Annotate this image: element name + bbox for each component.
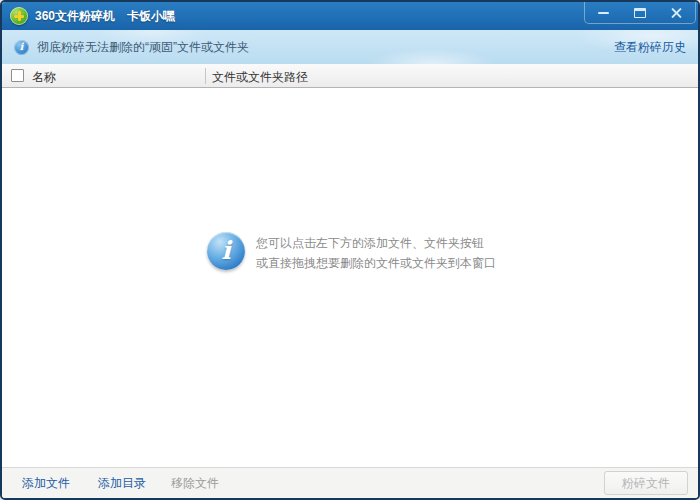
column-header-name[interactable]: 名称 — [32, 69, 56, 86]
app-window: 360文件粉碎机 卡饭小嘿 i 彻底粉碎无法删除的“顽固”文件或文件夹 查看粉碎… — [0, 0, 700, 500]
info-banner: i 彻底粉碎无法删除的“顽固”文件或文件夹 查看粉碎历史 — [2, 30, 698, 64]
remove-file-button[interactable]: 移除文件 — [171, 475, 219, 492]
minimize-button[interactable] — [585, 2, 622, 23]
info-icon: i — [14, 40, 29, 55]
select-all-checkbox[interactable] — [11, 69, 24, 82]
column-header-path[interactable]: 文件或文件夹路径 — [212, 69, 308, 86]
info-sphere-glyph: i — [221, 238, 231, 263]
title-bar: 360文件粉碎机 卡饭小嘿 — [2, 2, 698, 30]
view-shred-history-link[interactable]: 查看粉碎历史 — [614, 39, 686, 56]
window-controls — [584, 2, 696, 24]
app-logo-icon — [10, 7, 28, 25]
shred-files-button[interactable]: 粉碎文件 — [604, 471, 688, 495]
minimize-icon — [598, 12, 609, 14]
info-banner-text: 彻底粉碎无法删除的“顽固”文件或文件夹 — [37, 39, 249, 56]
add-directory-button[interactable]: 添加目录 — [98, 475, 146, 492]
file-list-area[interactable]: i 您可以点击左下方的添加文件、文件夹按钮 或直接拖拽想要删除的文件或文件夹到本… — [2, 88, 698, 467]
maximize-button[interactable] — [622, 2, 659, 23]
close-icon — [670, 6, 683, 19]
column-separator — [205, 68, 206, 84]
maximize-icon — [634, 8, 646, 18]
file-list-header: 名称 文件或文件夹路径 — [2, 64, 698, 88]
empty-state-message: i 您可以点击左下方的添加文件、文件夹按钮 或直接拖拽想要删除的文件或文件夹到本… — [207, 232, 496, 273]
empty-state-line2: 或直接拖拽想要删除的文件或文件夹到本窗口 — [256, 253, 496, 273]
info-sphere-icon: i — [207, 232, 245, 270]
footer-toolbar: 添加文件 添加目录 移除文件 粉碎文件 — [2, 467, 698, 498]
empty-state-line1: 您可以点击左下方的添加文件、文件夹按钮 — [256, 233, 496, 253]
add-file-button[interactable]: 添加文件 — [22, 475, 70, 492]
empty-state-text: 您可以点击左下方的添加文件、文件夹按钮 或直接拖拽想要删除的文件或文件夹到本窗口 — [256, 232, 496, 273]
window-subtitle: 卡饭小嘿 — [127, 8, 175, 25]
window-title: 360文件粉碎机 — [35, 8, 115, 25]
close-button[interactable] — [658, 2, 695, 23]
